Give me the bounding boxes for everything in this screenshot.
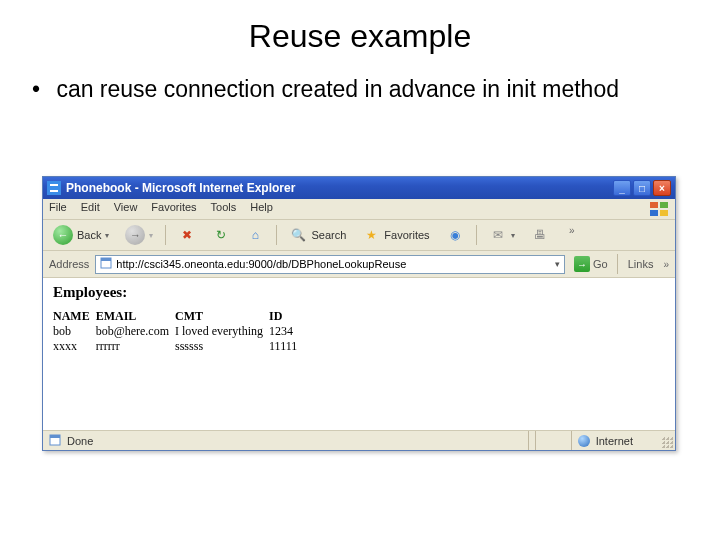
- print-button[interactable]: 🖶: [527, 225, 553, 245]
- forward-button[interactable]: → ▾: [121, 224, 157, 246]
- back-label: Back: [77, 229, 101, 241]
- svg-rect-1: [650, 202, 658, 208]
- address-label: Address: [49, 258, 89, 270]
- cell-cmt: I loved everything: [175, 324, 269, 339]
- mail-icon: ✉: [489, 226, 507, 244]
- cell-cmt: ssssss: [175, 339, 269, 354]
- page-icon: [49, 434, 61, 448]
- bullet-item: • can reuse connection created in advanc…: [0, 75, 720, 123]
- employees-table: NAME EMAIL CMT ID bob bob@here.com I lov…: [53, 309, 303, 354]
- page-icon: [100, 257, 112, 271]
- cell-email: bob@here.com: [96, 324, 175, 339]
- svg-rect-2: [660, 202, 668, 208]
- table-row: xxxx rrrrrr ssssss 11111: [53, 339, 303, 354]
- favorites-button[interactable]: ★ Favorites: [358, 225, 433, 245]
- stop-icon: ✖: [178, 226, 196, 244]
- col-cmt: CMT: [175, 309, 269, 324]
- go-arrow-icon: →: [574, 256, 590, 272]
- cell-name: bob: [53, 324, 96, 339]
- go-button[interactable]: → Go: [571, 256, 611, 272]
- home-button[interactable]: ⌂: [242, 225, 268, 245]
- close-button[interactable]: ×: [653, 180, 671, 196]
- menu-help[interactable]: Help: [250, 201, 273, 217]
- forward-arrow-icon: →: [125, 225, 145, 245]
- browser-window: Phonebook - Microsoft Internet Explorer …: [42, 176, 676, 451]
- stop-button[interactable]: ✖: [174, 225, 200, 245]
- window-title: Phonebook - Microsoft Internet Explorer: [66, 181, 295, 195]
- cell-email: rrrrrr: [96, 339, 175, 354]
- address-text: http://csci345.oneonta.edu:9000/db/DBPho…: [116, 258, 406, 270]
- media-icon: ◉: [446, 226, 464, 244]
- col-name: NAME: [53, 309, 96, 324]
- ie-icon: [47, 181, 61, 195]
- address-bar: Address http://csci345.oneonta.edu:9000/…: [43, 251, 675, 278]
- minimize-button[interactable]: _: [613, 180, 631, 196]
- svg-rect-8: [50, 435, 60, 438]
- toolbar-separator: [276, 225, 277, 245]
- menu-view[interactable]: View: [114, 201, 138, 217]
- mail-button[interactable]: ✉ ▾: [485, 225, 519, 245]
- windows-flag-icon: [649, 201, 669, 217]
- menu-file[interactable]: File: [49, 201, 67, 217]
- slide-title: Reuse example: [0, 18, 720, 55]
- svg-rect-3: [650, 210, 658, 216]
- col-id: ID: [269, 309, 303, 324]
- toolbar-overflow[interactable]: [561, 223, 577, 247]
- print-icon: 🖶: [531, 226, 549, 244]
- toolbar-separator: [617, 254, 618, 274]
- svg-rect-4: [660, 210, 668, 216]
- bullet-text: can reuse connection created in advance …: [56, 75, 656, 105]
- menu-tools[interactable]: Tools: [211, 201, 237, 217]
- status-bar: Done Internet: [43, 430, 675, 450]
- chevron-down-icon[interactable]: ▾: [555, 259, 560, 269]
- maximize-button[interactable]: □: [633, 180, 651, 196]
- menu-favorites[interactable]: Favorites: [151, 201, 196, 217]
- menubar: File Edit View Favorites Tools Help: [43, 199, 675, 220]
- media-button[interactable]: ◉: [442, 225, 468, 245]
- menu-edit[interactable]: Edit: [81, 201, 100, 217]
- table-row: bob bob@here.com I loved everything 1234: [53, 324, 303, 339]
- home-icon: ⌂: [246, 226, 264, 244]
- back-button[interactable]: ← Back ▾: [49, 224, 113, 246]
- window-buttons: _ □ ×: [613, 180, 671, 196]
- titlebar: Phonebook - Microsoft Internet Explorer …: [43, 177, 675, 199]
- back-arrow-icon: ←: [53, 225, 73, 245]
- search-label: Search: [311, 229, 346, 241]
- favorites-label: Favorites: [384, 229, 429, 241]
- col-email: EMAIL: [96, 309, 175, 324]
- cell-id: 11111: [269, 339, 303, 354]
- toolbar-separator: [165, 225, 166, 245]
- svg-rect-6: [101, 258, 111, 261]
- star-icon: ★: [362, 226, 380, 244]
- cell-name: xxxx: [53, 339, 96, 354]
- page-heading: Employees:: [53, 284, 665, 301]
- links-label[interactable]: Links: [624, 258, 658, 270]
- refresh-icon: ↻: [212, 226, 230, 244]
- toolbar: ← Back ▾ → ▾ ✖ ↻ ⌂ 🔍 Search ★ Favorites …: [43, 220, 675, 251]
- svg-rect-0: [47, 181, 61, 195]
- search-icon: 🔍: [289, 226, 307, 244]
- table-header-row: NAME EMAIL CMT ID: [53, 309, 303, 324]
- chevron-down-icon: ▾: [149, 231, 153, 240]
- page-content: Employees: NAME EMAIL CMT ID bob bob@her…: [43, 278, 675, 430]
- search-button[interactable]: 🔍 Search: [285, 225, 350, 245]
- cell-id: 1234: [269, 324, 303, 339]
- resize-grip-icon[interactable]: [661, 436, 673, 448]
- address-input[interactable]: http://csci345.oneonta.edu:9000/db/DBPho…: [95, 255, 565, 274]
- zone-text: Internet: [596, 435, 633, 447]
- refresh-button[interactable]: ↻: [208, 225, 234, 245]
- toolbar-separator: [476, 225, 477, 245]
- toolbar-overflow[interactable]: »: [663, 259, 669, 270]
- chevron-down-icon: ▾: [511, 231, 515, 240]
- chevron-down-icon: ▾: [105, 231, 109, 240]
- globe-icon: [578, 435, 590, 447]
- status-text: Done: [67, 435, 93, 447]
- go-label: Go: [593, 258, 608, 270]
